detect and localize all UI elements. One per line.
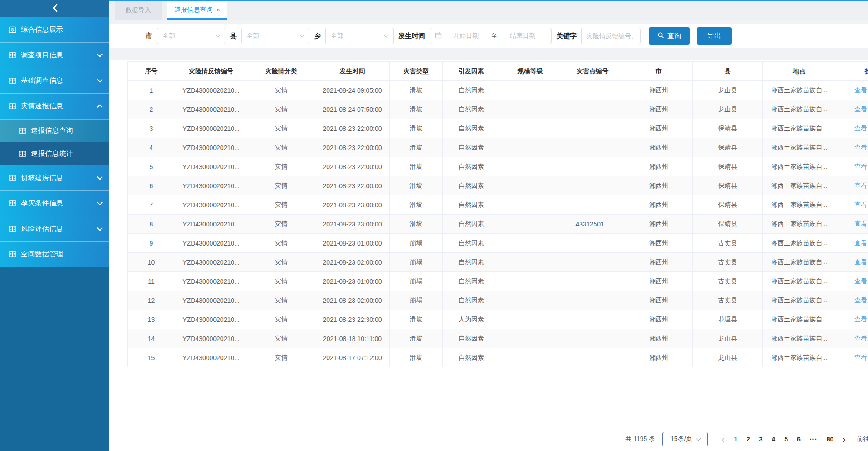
cell-scale_level (500, 329, 560, 348)
sidebar-item-7[interactable]: 风险评估信息 (0, 216, 109, 242)
cell-location: 湘西土家族苗族自... (763, 215, 836, 234)
next-page-button[interactable]: › (843, 435, 846, 444)
table-row: 4YZD43000020210...灾情2021-08-23 22:00:00滑… (128, 138, 868, 157)
dashboard-icon (8, 26, 16, 33)
cell-disaster_type: 滑坡 (390, 119, 443, 138)
page-button-2[interactable]: 2 (747, 436, 750, 443)
county-label: 县 (230, 32, 237, 40)
content-card: 序号灾险情反馈编号灾险情分类发生时间灾害类型引发因素规模等级灾害点编号市县地点操… (109, 60, 868, 451)
cell-disaster_type: 崩塌 (390, 253, 443, 272)
sidebar-item-8[interactable]: 空间数据管理 (0, 242, 109, 267)
tab-bar: 数据导入 速报信息查询 × 更多 (109, 1, 868, 20)
sidebar-collapse-button[interactable] (0, 0, 109, 17)
table-row: 1YZD43000020210...灾情2021-08-24 09:05:00滑… (128, 81, 868, 100)
table-icon (8, 251, 16, 258)
page-number-list: 123456···80 (729, 436, 838, 443)
view-link[interactable]: 查看 (854, 105, 867, 113)
sidebar-subitem-4-2[interactable]: 速报信息统计 (0, 142, 109, 165)
view-link[interactable]: 查看 (854, 201, 867, 208)
page-button-5[interactable]: 5 (784, 436, 788, 443)
cell-feedback_no: YZD43000020210... (175, 195, 247, 215)
sidebar-item-2[interactable]: 调查项目信息 (0, 43, 109, 68)
view-link[interactable]: 查看 (854, 316, 867, 323)
cell-trigger_factor: 自然因素 (443, 100, 500, 119)
page-button-3[interactable]: 3 (759, 436, 763, 443)
cell-index: 9 (128, 234, 175, 253)
cell-category: 灾情 (247, 81, 315, 100)
view-link[interactable]: 查看 (854, 335, 867, 342)
cell-feedback_no: YZD43000020210... (175, 329, 247, 348)
close-icon[interactable]: × (217, 7, 220, 13)
cell-scale_level (500, 291, 560, 310)
cell-index: 1 (128, 81, 175, 100)
end-date-placeholder[interactable]: 结束日期 (499, 32, 547, 40)
chevron-down-icon (384, 32, 389, 37)
cell-scale_level (500, 119, 560, 138)
date-range-picker[interactable]: 开始日期 至 结束日期 (430, 28, 552, 44)
cell-index: 12 (128, 291, 175, 310)
view-link[interactable]: 查看 (854, 144, 867, 151)
cell-location: 湘西土家族苗族自... (763, 310, 836, 329)
cell-city: 湘西州 (625, 234, 693, 253)
cell-feedback_no: YZD43000020210... (175, 138, 247, 157)
cell-point_no (560, 272, 625, 291)
cell-scale_level (500, 81, 560, 100)
start-date-placeholder[interactable]: 开始日期 (442, 32, 490, 40)
cell-feedback_no: YZD43000020210... (175, 81, 247, 100)
view-link[interactable]: 查看 (854, 220, 867, 227)
table-icon (8, 175, 16, 181)
cell-county: 龙山县 (693, 329, 763, 348)
column-header-feedback_no: 灾险情反馈编号 (175, 62, 247, 81)
cell-occur_time: 2021-08-23 01:00:00 (315, 272, 390, 291)
cell-category: 灾情 (247, 176, 315, 195)
table-row: 11YZD43000020210...灾情2021-08-23 01:00:00… (128, 272, 868, 291)
view-link[interactable]: 查看 (854, 277, 867, 285)
city-select[interactable]: 全部 (157, 28, 225, 44)
page-button-4[interactable]: 4 (772, 436, 775, 443)
page-button-80[interactable]: 80 (827, 436, 834, 443)
tab-report-query[interactable]: 速报信息查询 × (167, 1, 227, 20)
sidebar-item-3[interactable]: 基础调查信息 (0, 68, 109, 94)
sidebar-item-4[interactable]: 灾情速报信息 (0, 94, 109, 119)
view-link[interactable]: 查看 (854, 354, 867, 361)
cell-index: 11 (128, 272, 175, 291)
cell-feedback_no: YZD43000020210... (175, 119, 247, 138)
sidebar-item-1[interactable]: 综合信息展示 (0, 17, 109, 43)
cell-scale_level (500, 234, 560, 253)
view-link[interactable]: 查看 (854, 182, 867, 189)
page-size-select[interactable]: 15条/页 (662, 432, 708, 446)
cell-county: 龙山县 (693, 348, 763, 367)
cell-feedback_no: YZD43000020210... (175, 157, 247, 176)
sidebar-item-6[interactable]: 孕灾条件信息 (0, 191, 109, 216)
tab-data-import[interactable]: 数据导入 (115, 1, 162, 20)
cell-feedback_no: YZD43000020210... (175, 348, 247, 367)
cell-category: 灾情 (247, 310, 315, 329)
pages-ellipsis: ··· (810, 436, 818, 443)
sidebar-item-5[interactable]: 切坡建房信息 (0, 165, 109, 191)
cell-city: 湘西州 (625, 100, 693, 119)
cell-point_no: 43312501... (560, 215, 625, 234)
view-link[interactable]: 查看 (854, 86, 867, 94)
keyword-input[interactable] (581, 28, 641, 44)
page-button-6[interactable]: 6 (797, 436, 801, 443)
sidebar-subitem-4-1[interactable]: 速报信息查询 (0, 119, 109, 142)
export-button[interactable]: 导出 (697, 27, 732, 45)
sidebar-subitem-label: 速报信息查询 (31, 126, 102, 135)
page-button-1[interactable]: 1 (734, 436, 737, 443)
filter-bar: 市 全部 县 全部 乡 全部 发生时间 开始日期 至 结束 (109, 24, 868, 48)
view-link[interactable]: 查看 (854, 296, 867, 304)
town-select[interactable]: 全部 (325, 28, 394, 44)
sidebar-item-label: 风险评估信息 (21, 225, 98, 233)
view-link[interactable]: 查看 (854, 163, 867, 170)
view-link[interactable]: 查看 (854, 125, 867, 132)
cell-trigger_factor: 自然因素 (443, 138, 500, 157)
prev-page-button[interactable]: ‹ (722, 435, 725, 444)
view-link[interactable]: 查看 (854, 239, 867, 246)
view-link[interactable]: 查看 (854, 258, 867, 266)
town-label: 乡 (314, 32, 321, 40)
cell-occur_time: 2021-08-23 01:00:00 (315, 234, 390, 253)
main-area: 数据导入 速报信息查询 × 更多 市 全部 县 全部 乡 全部 (109, 0, 868, 451)
query-button[interactable]: 查询 (649, 27, 690, 45)
county-select[interactable]: 全部 (241, 28, 309, 44)
town-select-value: 全部 (331, 32, 343, 40)
